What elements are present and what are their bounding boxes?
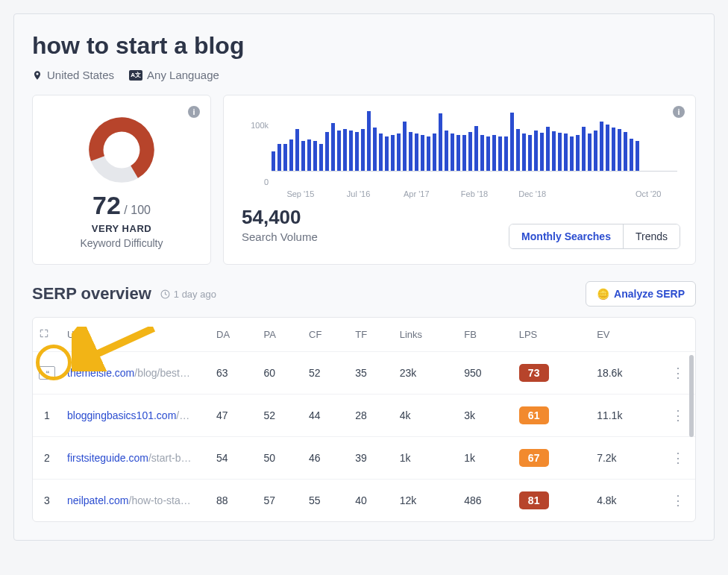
- cell-cf: 55: [303, 480, 349, 522]
- volume-bar: [480, 135, 484, 171]
- rank-number: 3: [44, 494, 50, 506]
- analyze-serp-label: Analyze SERP: [614, 288, 685, 300]
- volume-bar: [367, 111, 371, 171]
- toggle-trends[interactable]: Trends: [623, 224, 680, 248]
- volume-bar: [594, 131, 597, 171]
- volume-bar: [546, 127, 550, 171]
- volume-bar: [355, 132, 359, 171]
- volume-bar: [313, 141, 317, 171]
- kd-sublabel: Keyword Difficulty: [51, 237, 192, 249]
- volume-bar: [409, 132, 412, 171]
- row-more-button[interactable]: ⋮: [667, 450, 689, 465]
- cell-ev: 18.6k: [591, 352, 661, 395]
- info-icon[interactable]: i: [188, 106, 200, 118]
- col-lps[interactable]: LPS: [513, 318, 592, 352]
- volume-bar: [427, 136, 430, 171]
- meta-row: United States A文 Any Language: [32, 69, 696, 81]
- serp-table: URL DA PA CF TF Links FB LPS EV ❝themeis…: [32, 317, 696, 522]
- volume-bar: [319, 144, 323, 171]
- volume-bar: [385, 136, 389, 171]
- volume-bar: [439, 113, 442, 171]
- col-links[interactable]: Links: [394, 318, 459, 352]
- cell-tf: 40: [349, 480, 394, 522]
- volume-bar: [522, 133, 526, 171]
- ytick-min: 0: [242, 177, 269, 186]
- xtick: Apr '17: [387, 189, 445, 198]
- volume-bar: [504, 136, 508, 171]
- col-da[interactable]: DA: [210, 318, 258, 352]
- volume-bar: [433, 133, 436, 171]
- featured-snippet-icon: ❝: [39, 366, 55, 380]
- lps-badge: 67: [519, 449, 549, 467]
- volume-bar: [337, 131, 341, 171]
- kd-label: VERY HARD: [51, 223, 192, 234]
- cell-da: 88: [210, 480, 258, 522]
- table-row: 3neilpatel.com/how-to-sta…8857554012k486…: [33, 480, 695, 522]
- volume-bar: [343, 129, 347, 171]
- cell-da: 63: [210, 352, 258, 395]
- volume-bar: [588, 133, 592, 171]
- row-more-button[interactable]: ⋮: [667, 365, 689, 380]
- serp-time-ago-text: 1 day ago: [174, 289, 216, 300]
- analyze-serp-button[interactable]: 🪙 Analyze SERP: [586, 281, 696, 307]
- xtick: [562, 189, 620, 198]
- search-volume-card: i 100k 0 Sep '15Jul '16Apr '17Feb '18Dec…: [223, 95, 696, 265]
- volume-bar: [283, 144, 287, 171]
- location-filter[interactable]: United States: [32, 69, 114, 81]
- volume-bar: [516, 129, 520, 171]
- col-cf[interactable]: CF: [303, 318, 349, 352]
- volume-bar: [295, 129, 299, 171]
- volume-bar: [289, 139, 293, 171]
- volume-bar: [331, 123, 335, 171]
- cell-tf: 39: [349, 437, 394, 480]
- serp-url[interactable]: themeisle.com/blog/best…: [67, 367, 204, 379]
- cell-pa: 57: [258, 480, 303, 522]
- volume-bar: [564, 133, 568, 171]
- col-ev[interactable]: EV: [591, 318, 661, 352]
- keyword-difficulty-card: i 72 / 100 VERY HARD Keyword Difficulty: [32, 95, 211, 265]
- cell-tf: 35: [349, 352, 394, 395]
- col-pa[interactable]: PA: [258, 318, 303, 352]
- volume-bar: [630, 139, 633, 171]
- expand-column-header[interactable]: [33, 318, 61, 352]
- xtick: Feb '18: [445, 189, 503, 198]
- serp-url[interactable]: neilpatel.com/how-to-sta…: [67, 494, 204, 506]
- toggle-monthly-searches[interactable]: Monthly Searches: [509, 224, 623, 248]
- svg-point-2: [112, 140, 131, 160]
- cell-fb: 3k: [458, 395, 512, 437]
- scrollbar-thumb[interactable]: [689, 355, 694, 437]
- scrollbar[interactable]: [689, 355, 694, 515]
- volume-bar: [445, 131, 448, 171]
- cell-links: 4k: [394, 395, 459, 437]
- cell-pa: 52: [258, 395, 303, 437]
- volume-bar: [618, 129, 621, 171]
- volume-toggle: Monthly Searches Trends: [509, 224, 680, 249]
- language-icon: A文: [129, 70, 142, 81]
- table-row: 1bloggingbasics101.com/…475244284k3k6111…: [33, 395, 695, 437]
- cell-links: 1k: [394, 437, 459, 480]
- serp-url[interactable]: bloggingbasics101.com/…: [67, 409, 204, 421]
- col-tf[interactable]: TF: [349, 318, 394, 352]
- volume-bar: [582, 127, 586, 171]
- volume-bar: [403, 122, 407, 171]
- volume-bar: [325, 132, 329, 171]
- serp-section-title: SERP overview: [32, 284, 151, 304]
- col-url[interactable]: URL: [61, 318, 210, 352]
- cell-pa: 50: [258, 437, 303, 480]
- location-text: United States: [47, 69, 114, 81]
- col-fb[interactable]: FB: [458, 318, 512, 352]
- volume-bar: [636, 141, 639, 171]
- cell-da: 47: [210, 395, 258, 437]
- row-more-button[interactable]: ⋮: [667, 408, 689, 423]
- serp-url[interactable]: firstsiteguide.com/start-b…: [67, 452, 204, 464]
- rank-number: 1: [44, 409, 50, 421]
- cell-fb: 950: [458, 352, 512, 395]
- cell-cf: 52: [303, 352, 349, 395]
- table-row: 2firstsiteguide.com/start-b…545046391k1k…: [33, 437, 695, 480]
- cell-da: 54: [210, 437, 258, 480]
- language-filter[interactable]: A文 Any Language: [129, 69, 219, 81]
- volume-chart: 100k 0: [272, 110, 677, 185]
- volume-bar: [451, 133, 454, 171]
- volume-bar: [486, 136, 490, 171]
- row-more-button[interactable]: ⋮: [667, 493, 689, 508]
